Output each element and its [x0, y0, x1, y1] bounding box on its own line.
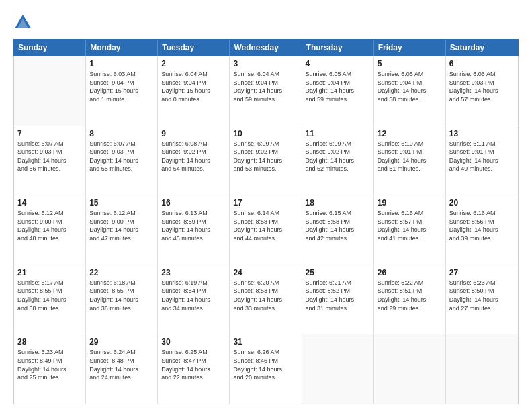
- cal-cell: 23Sunrise: 6:19 AMSunset: 8:54 PMDayligh…: [158, 265, 230, 334]
- calendar: SundayMondayTuesdayWednesdayThursdayFrid…: [13, 39, 519, 404]
- day-number: 30: [161, 337, 226, 347]
- day-number: 19: [378, 198, 442, 208]
- cal-cell: 8Sunrise: 6:07 AMSunset: 9:03 PMDaylight…: [86, 126, 158, 195]
- cell-info: Sunrise: 6:14 AMSunset: 8:58 PMDaylight:…: [233, 209, 298, 242]
- cal-week-row-0: 1Sunrise: 6:03 AMSunset: 9:04 PMDaylight…: [14, 56, 518, 126]
- cell-info: Sunrise: 6:05 AMSunset: 9:04 PMDaylight:…: [378, 70, 442, 103]
- cell-info: Sunrise: 6:16 AMSunset: 8:56 PMDaylight:…: [449, 209, 515, 242]
- cell-info: Sunrise: 6:08 AMSunset: 9:02 PMDaylight:…: [161, 140, 226, 173]
- cell-info: Sunrise: 6:03 AMSunset: 9:04 PMDaylight:…: [89, 70, 154, 103]
- cell-info: Sunrise: 6:24 AMSunset: 8:48 PMDaylight:…: [89, 348, 154, 381]
- cell-info: Sunrise: 6:07 AMSunset: 9:03 PMDaylight:…: [17, 140, 82, 173]
- cal-cell: 17Sunrise: 6:14 AMSunset: 8:58 PMDayligh…: [230, 195, 302, 265]
- day-number: 9: [161, 129, 226, 138]
- cell-info: Sunrise: 6:12 AMSunset: 9:00 PMDaylight:…: [17, 209, 82, 242]
- cal-cell: 24Sunrise: 6:20 AMSunset: 8:53 PMDayligh…: [230, 265, 302, 334]
- cell-info: Sunrise: 6:20 AMSunset: 8:53 PMDaylight:…: [233, 279, 298, 312]
- cal-header-cell-sunday: Sunday: [14, 40, 86, 56]
- day-number: 14: [17, 198, 82, 208]
- day-number: 31: [233, 337, 298, 347]
- day-number: 24: [233, 268, 298, 277]
- logo-icon: [13, 13, 32, 32]
- cal-header-cell-thursday: Thursday: [302, 40, 374, 56]
- cal-cell: 22Sunrise: 6:18 AMSunset: 8:55 PMDayligh…: [86, 265, 158, 334]
- cal-cell: [14, 56, 86, 126]
- cell-info: Sunrise: 6:11 AMSunset: 9:01 PMDaylight:…: [449, 140, 515, 173]
- cell-info: Sunrise: 6:04 AMSunset: 9:04 PMDaylight:…: [161, 70, 226, 103]
- cell-info: Sunrise: 6:21 AMSunset: 8:52 PMDaylight:…: [306, 279, 370, 312]
- cal-cell: 4Sunrise: 6:05 AMSunset: 9:04 PMDaylight…: [302, 56, 374, 126]
- cal-header-cell-monday: Monday: [86, 40, 158, 56]
- cal-cell: 10Sunrise: 6:09 AMSunset: 9:02 PMDayligh…: [230, 126, 302, 195]
- day-number: 26: [378, 268, 442, 277]
- cal-cell: 5Sunrise: 6:05 AMSunset: 9:04 PMDaylight…: [374, 56, 446, 126]
- cell-info: Sunrise: 6:22 AMSunset: 8:51 PMDaylight:…: [378, 279, 442, 312]
- day-number: 12: [378, 129, 442, 138]
- cell-info: Sunrise: 6:25 AMSunset: 8:47 PMDaylight:…: [161, 348, 226, 381]
- cell-info: Sunrise: 6:09 AMSunset: 9:02 PMDaylight:…: [233, 140, 298, 173]
- cell-info: Sunrise: 6:12 AMSunset: 9:00 PMDaylight:…: [89, 209, 154, 242]
- cal-header-cell-friday: Friday: [374, 40, 446, 56]
- cal-week-row-4: 28Sunrise: 6:23 AMSunset: 8:49 PMDayligh…: [14, 334, 518, 404]
- cell-info: Sunrise: 6:15 AMSunset: 8:58 PMDaylight:…: [306, 209, 370, 242]
- cal-cell: 6Sunrise: 6:06 AMSunset: 9:03 PMDaylight…: [446, 56, 518, 126]
- day-number: 23: [161, 268, 226, 277]
- cell-info: Sunrise: 6:06 AMSunset: 9:03 PMDaylight:…: [449, 70, 515, 103]
- cell-info: Sunrise: 6:23 AMSunset: 8:50 PMDaylight:…: [449, 279, 515, 312]
- cal-cell: 11Sunrise: 6:09 AMSunset: 9:02 PMDayligh…: [302, 126, 374, 195]
- day-number: 18: [306, 198, 370, 208]
- cal-cell: [374, 334, 446, 404]
- day-number: 22: [89, 268, 154, 277]
- cal-cell: 26Sunrise: 6:22 AMSunset: 8:51 PMDayligh…: [374, 265, 446, 334]
- cell-info: Sunrise: 6:18 AMSunset: 8:55 PMDaylight:…: [89, 279, 154, 312]
- day-number: 15: [89, 198, 154, 208]
- cal-cell: 18Sunrise: 6:15 AMSunset: 8:58 PMDayligh…: [302, 195, 374, 265]
- day-number: 11: [306, 129, 370, 138]
- cal-cell: 7Sunrise: 6:07 AMSunset: 9:03 PMDaylight…: [14, 126, 86, 195]
- cell-info: Sunrise: 6:05 AMSunset: 9:04 PMDaylight:…: [306, 70, 370, 103]
- day-number: 7: [17, 129, 82, 138]
- day-number: 25: [306, 268, 370, 277]
- day-number: 5: [378, 59, 442, 68]
- day-number: 27: [449, 268, 515, 277]
- cal-cell: 29Sunrise: 6:24 AMSunset: 8:48 PMDayligh…: [86, 334, 158, 404]
- day-number: 1: [89, 59, 154, 68]
- cell-info: Sunrise: 6:23 AMSunset: 8:49 PMDaylight:…: [17, 348, 82, 381]
- day-number: 29: [89, 337, 154, 347]
- cal-week-row-3: 21Sunrise: 6:17 AMSunset: 8:55 PMDayligh…: [14, 265, 518, 335]
- day-number: 21: [17, 268, 82, 277]
- cell-info: Sunrise: 6:17 AMSunset: 8:55 PMDaylight:…: [17, 279, 82, 312]
- cal-cell: 9Sunrise: 6:08 AMSunset: 9:02 PMDaylight…: [158, 126, 230, 195]
- calendar-header-row: SundayMondayTuesdayWednesdayThursdayFrid…: [13, 39, 519, 56]
- cal-header-cell-saturday: Saturday: [446, 40, 518, 56]
- day-number: 16: [161, 198, 226, 208]
- cal-cell: [302, 334, 374, 404]
- cal-cell: 31Sunrise: 6:26 AMSunset: 8:46 PMDayligh…: [230, 334, 302, 404]
- day-number: 4: [306, 59, 370, 68]
- cal-cell: 27Sunrise: 6:23 AMSunset: 8:50 PMDayligh…: [446, 265, 518, 334]
- logo: [13, 12, 35, 32]
- day-number: 10: [233, 129, 298, 138]
- day-number: 28: [17, 337, 82, 347]
- day-number: 6: [449, 59, 515, 68]
- header: [13, 12, 519, 32]
- page: SundayMondayTuesdayWednesdayThursdayFrid…: [0, 0, 532, 411]
- cal-cell: 13Sunrise: 6:11 AMSunset: 9:01 PMDayligh…: [446, 126, 518, 195]
- cell-info: Sunrise: 6:16 AMSunset: 8:57 PMDaylight:…: [378, 209, 442, 242]
- cal-cell: [446, 334, 518, 404]
- cal-cell: 28Sunrise: 6:23 AMSunset: 8:49 PMDayligh…: [14, 334, 86, 404]
- cal-cell: 25Sunrise: 6:21 AMSunset: 8:52 PMDayligh…: [302, 265, 374, 334]
- calendar-body: 1Sunrise: 6:03 AMSunset: 9:04 PMDaylight…: [13, 56, 519, 404]
- cal-header-cell-wednesday: Wednesday: [230, 40, 302, 56]
- day-number: 2: [161, 59, 226, 68]
- cell-info: Sunrise: 6:04 AMSunset: 9:04 PMDaylight:…: [233, 70, 298, 103]
- day-number: 8: [89, 129, 154, 138]
- cal-cell: 14Sunrise: 6:12 AMSunset: 9:00 PMDayligh…: [14, 195, 86, 265]
- cal-cell: 12Sunrise: 6:10 AMSunset: 9:01 PMDayligh…: [374, 126, 446, 195]
- day-number: 17: [233, 198, 298, 208]
- cal-cell: 15Sunrise: 6:12 AMSunset: 9:00 PMDayligh…: [86, 195, 158, 265]
- cal-cell: 20Sunrise: 6:16 AMSunset: 8:56 PMDayligh…: [446, 195, 518, 265]
- cal-cell: 3Sunrise: 6:04 AMSunset: 9:04 PMDaylight…: [230, 56, 302, 126]
- cal-cell: 2Sunrise: 6:04 AMSunset: 9:04 PMDaylight…: [158, 56, 230, 126]
- day-number: 20: [449, 198, 515, 208]
